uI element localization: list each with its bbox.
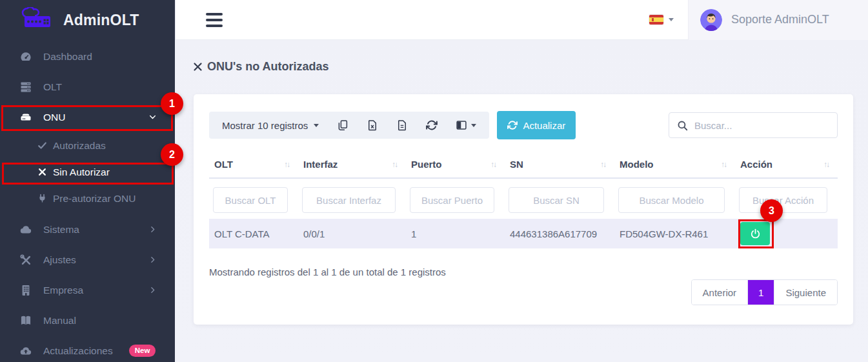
search-icon [677,120,688,131]
sort-icon[interactable]: ↑↓ [600,160,605,169]
brand-name: AdminOLT [63,12,139,29]
sidebar-item-label: Empresa [43,285,83,296]
filter-input-sn[interactable] [509,187,604,213]
sidebar-item-ajustes[interactable]: Ajustes [0,245,175,275]
sort-icon[interactable]: ↑↓ [284,160,289,169]
caret-down-icon [314,124,319,127]
table-info: Mostrando registros del 1 al 1 de un tot… [209,266,838,277]
column-header-sn[interactable]: SN↑↓ [505,152,614,178]
filter-input-interfaz[interactable] [302,187,396,213]
x-icon [37,166,47,179]
sort-icon[interactable]: ↑↓ [490,160,496,169]
cloud-icon [19,223,32,236]
cell-modelo: FD504GW-DX-R461 [614,219,735,248]
sidebar-item-label: Manual [43,315,76,327]
cloud-upload-icon [19,345,32,357]
sidebar-item-label: Pre-autorizar ONU [53,193,136,205]
power-icon [750,228,761,239]
document-icon [396,119,408,131]
column-header-interfaz[interactable]: Interfaz↑↓ [298,152,406,178]
column-visibility-button[interactable] [456,119,476,131]
sidebar-item-label: Dashboard [43,51,92,63]
column-header-olt[interactable]: OLT↑↓ [209,152,298,178]
onu-device-icon [19,111,32,124]
chevron-right-icon [148,225,157,234]
chevron-down-icon [148,113,157,121]
sort-icon[interactable]: ↑↓ [721,160,726,169]
sidebar-item-dashboard[interactable]: Dashboard [0,41,175,72]
book-icon [19,314,32,327]
sidebar-item-label: OLT [43,81,62,93]
refresh-icon [507,120,518,130]
language-selector[interactable] [635,0,688,39]
sidebar-item-manual[interactable]: Manual [0,305,175,336]
filter-input-puerto[interactable] [410,187,494,213]
spain-flag-icon [649,15,663,25]
sidebar-menu: Dashboard OLT ONU [0,40,175,362]
pagination-prev-button[interactable]: Anterior [692,280,749,305]
sidebar-item-autorizadas[interactable]: Autorizadas [0,132,175,159]
document-export-button[interactable] [396,119,408,131]
pagination: Anterior 1 Siguiente [691,279,838,305]
user-menu[interactable]: Soporte AdminOLT [688,0,868,40]
sidebar-item-label: Sistema [43,224,79,236]
cell-olt: OLT C-DATA [209,219,298,248]
olt-servers-icon [19,81,32,94]
caret-down-icon [471,124,476,127]
copy-icon [337,119,348,131]
actualizar-label: Actualizar [523,120,565,131]
page-title-text: ONU's no Autorizadas [207,60,329,74]
sidebar-toggle-button[interactable] [206,13,223,27]
excel-export-button[interactable] [367,119,378,131]
sidebar-item-sistema[interactable]: Sistema [0,214,175,245]
brand[interactable]: AdminOLT [0,0,175,40]
table-toolbar: Mostrar 10 registros [209,111,838,139]
dashboard-icon [19,50,32,63]
column-header-puerto[interactable]: Puerto↑↓ [406,152,505,178]
filter-input-modelo[interactable] [618,187,725,213]
topbar-right: Soporte AdminOLT [635,0,868,39]
reload-button[interactable] [426,119,438,131]
table-row: OLT C-DATA 0/0/1 1 444631386A617709 FD50… [209,219,838,248]
header-row: OLT↑↓ Interfaz↑↓ Puerto↑↓ SN↑↓ Modelo↑↓ … [209,152,838,178]
sort-icon[interactable]: ↑↓ [823,160,829,169]
onu-table: OLT↑↓ Interfaz↑↓ Puerto↑↓ SN↑↓ Modelo↑↓ … [209,152,838,248]
user-name: Soporte AdminOLT [731,13,829,26]
sidebar-item-actualizaciones[interactable]: Actualizaciones New [0,336,175,362]
columns-icon [456,119,467,131]
copy-button[interactable] [337,119,348,131]
filter-input-olt[interactable] [213,187,288,213]
pagination-next-button[interactable]: Siguiente [774,280,837,305]
sidebar-item-olt[interactable]: OLT [0,72,175,102]
sidebar-item-sin-autorizar[interactable]: Sin Autorizar [0,159,175,185]
sidebar-item-label: Autorizadas [53,140,106,152]
filter-row [209,178,838,219]
actualizar-button[interactable]: Actualizar [497,111,576,139]
sidebar-item-empresa[interactable]: Empresa [0,275,175,305]
filter-input-accion[interactable] [739,187,827,213]
toolbar-button-group: Mostrar 10 registros [209,112,489,139]
sidebar-item-label: Sin Autorizar [53,166,110,178]
excel-file-icon [367,119,378,131]
column-header-accion[interactable]: Acción↑↓ [735,152,838,178]
x-icon [193,62,203,72]
sidebar-item-onu[interactable]: ONU [0,102,175,132]
sidebar: AdminOLT Dashboard OLT ONU [0,0,175,362]
search-input[interactable] [694,120,829,131]
chevron-right-icon [148,286,157,294]
column-header-modelo[interactable]: Modelo↑↓ [614,152,735,178]
datatable-card: Mostrar 10 registros [194,94,853,325]
cell-puerto: 1 [406,219,505,248]
page-title: ONU's no Autorizadas [193,60,868,74]
authorize-onu-button[interactable] [740,222,770,245]
check-icon [37,139,47,152]
avatar [700,9,722,31]
sidebar-item-label: ONU [43,112,65,123]
page-length-dropdown[interactable]: Mostrar 10 registros [222,120,319,131]
topbar: Soporte AdminOLT [175,0,868,40]
tools-icon [19,254,32,266]
cell-sn: 444631386A617709 [505,219,614,248]
sort-icon[interactable]: ↑↓ [392,160,397,169]
sidebar-item-pre-autorizar[interactable]: Pre-autorizar ONU [0,185,175,212]
pagination-page-1[interactable]: 1 [748,280,774,305]
